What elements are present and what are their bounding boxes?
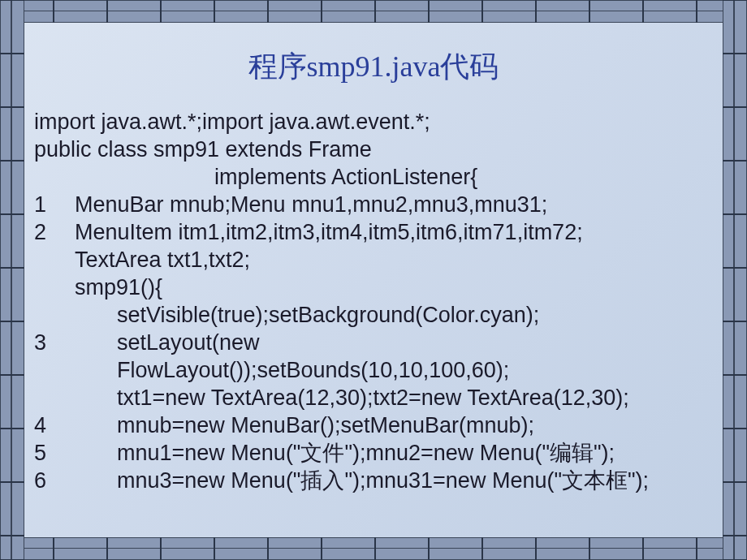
code-line: 5mnu1=new Menu("文件");mnu2=new Menu("编辑")… <box>34 439 713 467</box>
code-line: setVisible(true);setBackground(Color.cya… <box>34 301 713 329</box>
code-line: smp91(){ <box>34 274 713 301</box>
slide-title: 程序smp91.java代码 <box>34 47 713 87</box>
line-number: 1 <box>34 191 75 218</box>
code-line: TextArea txt1,txt2; <box>34 246 713 274</box>
line-number: 4 <box>34 411 75 439</box>
code-line: 2MenuItem itm1,itm2,itm3,itm4,itm5,itm6,… <box>34 218 713 246</box>
line-number: 3 <box>34 329 75 356</box>
border-left <box>0 0 24 560</box>
code-line: 4mnub=new MenuBar();setMenuBar(mnub); <box>34 411 713 439</box>
code-line: 6mnu3=new Menu("插入");mnu31=new Menu("文本框… <box>34 467 713 494</box>
code-text: MenuBar mnub;Menu mnu1,mnu2,mnu3,mnu31; <box>75 192 547 217</box>
code-line: public class smp91 extends Frame <box>34 136 713 163</box>
code-line: 1MenuBar mnub;Menu mnu1,mnu2,mnu3,mnu31; <box>34 191 713 218</box>
code-line: txt1=new TextArea(12,30);txt2=new TextAr… <box>34 384 713 411</box>
code-text: mnu1=new Menu("文件");mnu2=new Menu("编辑"); <box>75 441 615 465</box>
code-block: import java.awt.*;import java.awt.event.… <box>34 108 713 494</box>
code-text: MenuItem itm1,itm2,itm3,itm4,itm5,itm6,i… <box>75 220 583 244</box>
line-number: 6 <box>34 467 75 494</box>
code-text: mnu3=new Menu("插入");mnu31=new Menu("文本框"… <box>75 468 649 493</box>
border-right <box>723 0 747 560</box>
line-number: 2 <box>34 218 75 246</box>
code-line: implements ActionListener{ <box>34 163 713 191</box>
code-line: FlowLayout());setBounds(10,10,100,60); <box>34 356 713 384</box>
code-text: mnub=new MenuBar();setMenuBar(mnub); <box>75 413 534 437</box>
border-top <box>0 0 747 23</box>
code-text: setLayout(new <box>75 330 260 355</box>
slide-content: 程序smp91.java代码 import java.awt.*;import … <box>24 23 723 537</box>
code-line: import java.awt.*;import java.awt.event.… <box>34 108 713 136</box>
border-bottom <box>0 537 747 560</box>
line-number: 5 <box>34 439 75 467</box>
code-line: 3setLayout(new <box>34 329 713 356</box>
